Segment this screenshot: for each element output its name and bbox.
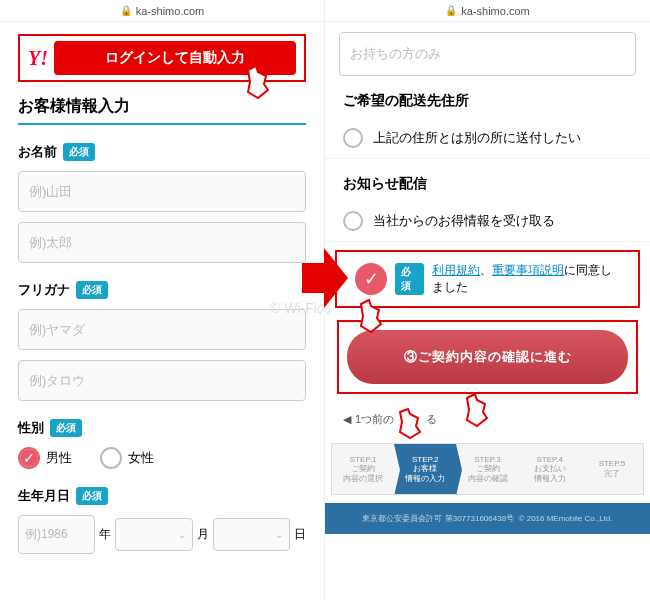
owned-input[interactable]: お持ちの方のみ [339,32,636,76]
radio-unchecked-icon [343,211,363,231]
required-badge: 必須 [76,281,108,299]
radio-unchecked-icon [343,128,363,148]
news-option[interactable]: 当社からのお得情報を受け取る [325,201,650,242]
firstname-input[interactable] [18,222,306,263]
news-section-title: お知らせ配信 [343,175,632,193]
required-badge: 必須 [395,263,424,295]
required-badge: 必須 [63,143,95,161]
step-4: STEP.4お支払い情報入力 [519,444,581,494]
kana-label: フリガナ [18,281,70,299]
name-label: お名前 [18,143,57,161]
kana-last-input[interactable] [18,309,306,350]
step-1: STEP.1ご契約内容の選択 [332,444,394,494]
important-link[interactable]: 重要事項説明 [492,263,564,277]
radio-checked-icon [18,447,40,469]
step-3: STEP.3ご契約内容の確認 [456,444,518,494]
proceed-button[interactable]: ③ご契約内容の確認に進む [347,330,628,384]
step-5: STEP.5完了 [581,444,643,494]
check-circle-icon: ✓ [355,263,387,295]
pointer-hand-icon [236,62,276,102]
yahoo-logo-icon: Y! [28,47,48,70]
lock-icon: 🔒 [445,5,457,16]
radio-unchecked-icon [100,447,122,469]
required-badge: 必須 [50,419,82,437]
pointer-hand-icon [349,296,389,336]
step-nav: STEP.1ご契約内容の選択 STEP.2お客様情報の入力 STEP.3ご契約内… [331,443,644,495]
delivery-other-option[interactable]: 上記の住所とは別の所に送付したい [325,118,650,159]
lock-icon: 🔒 [120,5,132,16]
pointer-hand-icon [455,390,495,430]
dob-month-select[interactable]: ⌄ [115,518,192,551]
right-screen: 🔒 ka-shimo.com お持ちの方のみ ご希望の配送先住所 上記の住所とは… [325,0,650,600]
gender-male-option[interactable]: 男性 [18,447,72,469]
dob-day-select[interactable]: ⌄ [213,518,290,551]
url-text: ka-shimo.com [461,5,529,17]
dob-year-select[interactable]: 例)1986 [18,515,95,554]
url-text: ka-shimo.com [136,5,204,17]
delivery-section-title: ご希望の配送先住所 [343,92,632,110]
step-2: STEP.2お客様情報の入力 [394,444,456,494]
url-bar: 🔒 ka-shimo.com [0,0,324,22]
footer: 東京都公安委員会許可 第307731606438号 © 2016 MEmobil… [325,503,650,534]
chevron-down-icon: ⌄ [178,529,186,540]
terms-link[interactable]: 利用規約 [432,263,480,277]
dob-label: 生年月日 [18,487,70,505]
lastname-input[interactable] [18,171,306,212]
gender-label: 性別 [18,419,44,437]
kana-first-input[interactable] [18,360,306,401]
required-badge: 必須 [76,487,108,505]
url-bar: 🔒 ka-shimo.com [325,0,650,22]
gender-female-option[interactable]: 女性 [100,447,154,469]
pointer-hand-icon [392,406,426,440]
triangle-left-icon: ◀ [343,413,351,426]
chevron-down-icon: ⌄ [275,529,283,540]
arrow-right-icon [302,248,348,308]
